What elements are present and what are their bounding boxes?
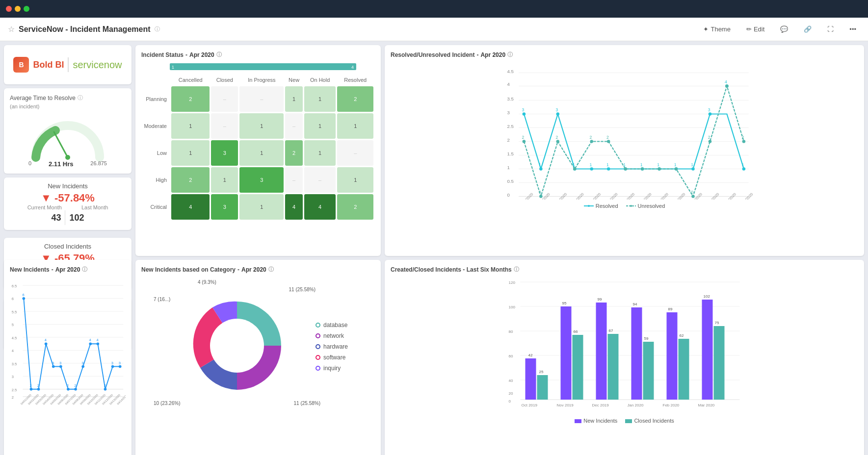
bar-chart-legend: New Incidents Closed Incidents: [391, 418, 858, 424]
left-top-panel: B Bold BI servicenow Average Time to Res…: [4, 45, 132, 256]
svg-text:2: 2: [742, 135, 744, 140]
svg-text:3: 3: [12, 375, 14, 379]
donut-label-network: 11 (25.58%): [294, 401, 320, 406]
star-icon[interactable]: ☆: [8, 25, 15, 34]
svg-text:59: 59: [644, 336, 649, 341]
boldbi-icon: B: [13, 57, 29, 73]
svg-point-117: [52, 365, 55, 368]
legend-closed-incidents: Closed Incidents: [625, 418, 674, 424]
svg-text:04/04/2020: 04/04/2020: [569, 192, 585, 200]
donut-label-inquiry: 7 (16...): [154, 297, 170, 302]
svg-point-115: [37, 388, 40, 391]
heatmap-row-low: Low: [143, 140, 170, 166]
svg-point-122: [89, 342, 92, 345]
svg-text:4: 4: [89, 338, 91, 343]
heatmap-row-critical: Critical: [143, 194, 170, 220]
svg-point-120: [74, 388, 77, 391]
more-button[interactable]: •••: [845, 24, 860, 35]
svg-text:3: 3: [81, 361, 83, 365]
svg-text:4: 4: [725, 79, 727, 84]
svg-text:2: 2: [507, 137, 509, 143]
svg-text:4: 4: [351, 65, 354, 70]
heatmap-row-moderate: Moderate: [143, 113, 170, 139]
svg-point-38: [742, 167, 745, 170]
avg-time-card: Average Time to Resolve ⓘ (an incident) …: [4, 88, 132, 174]
servicenow-text: servicenow: [73, 59, 122, 71]
svg-rect-2: [170, 63, 356, 70]
svg-text:04/03/2020: 04/03/2020: [552, 192, 568, 200]
heatmap-header-bar: 1 4: [170, 62, 376, 72]
heatmap-col-resolved: Resolved: [337, 77, 373, 85]
svg-text:1: 1: [589, 162, 592, 167]
heatmap-container: 1 4 Cancelled Closed In Progress New On …: [141, 62, 375, 221]
fullscreen-button[interactable]: ⛶: [823, 24, 838, 35]
donut-svg: [168, 277, 306, 414]
donut-legend: database network hardware software inqui…: [316, 322, 348, 372]
svg-text:2: 2: [708, 135, 710, 140]
svg-text:66: 66: [574, 329, 578, 334]
svg-text:Jan 2020: Jan 2020: [628, 403, 644, 407]
svg-point-27: [556, 112, 559, 115]
bar-closed-oct: [537, 375, 548, 400]
legend-network: network: [316, 332, 348, 339]
svg-text:1.5: 1.5: [507, 151, 513, 156]
gauge-container: 0 2.11 Hrs 26.875: [10, 113, 126, 168]
theme-button[interactable]: ✦ Theme: [699, 24, 734, 35]
bar-created-dec: [596, 303, 607, 400]
svg-text:2: 2: [30, 383, 32, 388]
edit-button[interactable]: ✏ Edit: [742, 24, 768, 35]
info-icon[interactable]: ⓘ: [155, 25, 160, 33]
svg-text:1: 1: [172, 65, 174, 70]
svg-text:3: 3: [59, 361, 61, 365]
window-dot-red[interactable]: [6, 6, 12, 12]
resolved-info-icon[interactable]: ⓘ: [507, 51, 513, 58]
donut-label-hardware: 4 (9.3%): [198, 279, 216, 285]
svg-text:0: 0: [539, 190, 541, 195]
comment-button[interactable]: 💬: [776, 24, 792, 35]
svg-text:04/09/2020: 04/09/2020: [653, 192, 669, 200]
svg-text:2: 2: [556, 135, 558, 140]
svg-text:6.5: 6.5: [12, 284, 17, 288]
legend-database: database: [316, 322, 348, 329]
new-incidents-last: 102: [69, 213, 84, 223]
new-incidents-info-icon[interactable]: ⓘ: [82, 266, 87, 273]
svg-point-58: [607, 140, 610, 143]
svg-text:3: 3: [522, 107, 525, 112]
resolved-chart-svg: 4.5 4 3.5 3 2.5 2 1.5 1 0.5 0: [391, 62, 858, 200]
svg-text:2: 2: [37, 383, 39, 388]
logo-divider: [68, 57, 69, 72]
svg-text:04/08/2020: 04/08/2020: [636, 192, 653, 200]
heatmap-col-closed: Closed: [211, 77, 238, 85]
heatmap-info-icon[interactable]: ⓘ: [216, 51, 222, 58]
svg-rect-188: [625, 419, 632, 423]
svg-text:67: 67: [609, 329, 613, 333]
svg-text:Mar 2020: Mar 2020: [698, 403, 715, 407]
bar-chart-svg: 120 100 80 60 40 20 0 42 25 95 6: [391, 277, 858, 414]
fullscreen-icon: ⛶: [827, 25, 834, 33]
svg-text:1: 1: [507, 165, 509, 170]
svg-text:4.5: 4.5: [507, 69, 513, 74]
resolved-chart-title: Resolved/Unresolved Incident - Apr 2020 …: [391, 51, 858, 58]
heatmap-title: Incident Status - Apr 2020 ⓘ: [141, 51, 375, 58]
avg-time-info-icon[interactable]: ⓘ: [78, 94, 83, 101]
window-dot-green[interactable]: [24, 6, 29, 12]
window-dot-yellow[interactable]: [15, 6, 21, 12]
svg-text:Nov 2019: Nov 2019: [557, 403, 574, 407]
donut-info-icon[interactable]: ⓘ: [268, 266, 274, 273]
comment-icon: 💬: [780, 25, 788, 33]
svg-point-155: [210, 319, 264, 373]
link-button[interactable]: 🔗: [800, 24, 815, 35]
svg-text:2: 2: [522, 135, 525, 140]
svg-rect-187: [575, 419, 581, 423]
svg-point-29: [590, 167, 593, 170]
svg-point-56: [573, 167, 576, 170]
legend-dot-inquiry: [316, 366, 320, 371]
bar-closed-dec: [608, 334, 619, 400]
heatmap-col-inprogress: In Progress: [239, 77, 284, 85]
svg-text:120: 120: [509, 280, 516, 285]
bar-chart-info-icon[interactable]: ⓘ: [514, 266, 519, 273]
svg-text:99: 99: [598, 297, 602, 302]
new-incidents-current: 43: [51, 213, 61, 223]
new-incidents-current-label: Current Month: [27, 204, 62, 210]
svg-point-61: [658, 167, 660, 170]
